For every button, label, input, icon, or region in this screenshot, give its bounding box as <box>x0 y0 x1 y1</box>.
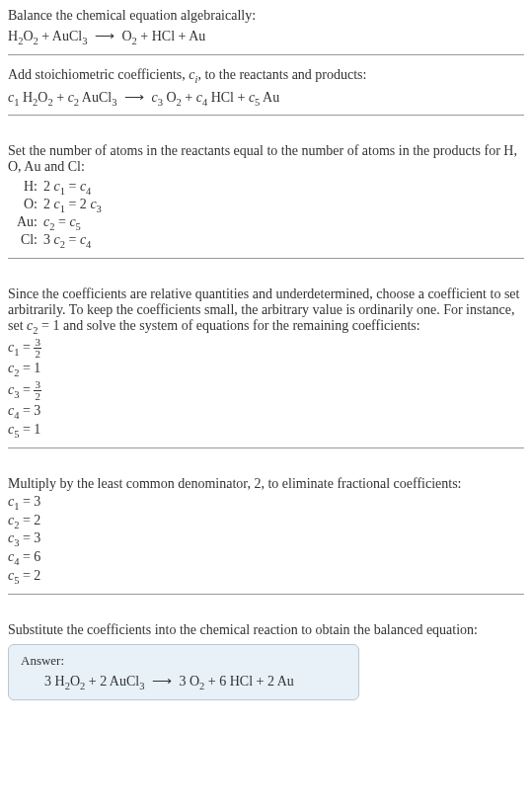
arrow-icon: ⟶ <box>148 674 176 689</box>
arrow-icon: ⟶ <box>91 29 118 43</box>
list-item: c5 = 1 <box>8 422 524 440</box>
intro-section: Balance the chemical equation algebraica… <box>8 8 524 46</box>
list-item: c1 = 3 <box>8 494 524 512</box>
atoms-table: H: 2 c1 = c4 O: 2 c1 = 2 c3 Au: c2 = c5 … <box>16 179 524 249</box>
answer-label: Answer: <box>21 653 346 669</box>
list-item: c3 = 3 <box>8 530 524 548</box>
list-item: c2 = 1 <box>8 361 524 378</box>
coef-list: c1 = 3 c2 = 2 c3 = 3 c4 = 6 c5 = 2 <box>8 494 524 586</box>
list-item: c5 = 2 <box>8 568 524 586</box>
list-item: c4 = 3 <box>8 403 524 421</box>
solve-section: Since the coefficients are relative quan… <box>8 286 524 440</box>
table-row: Cl: 3 c2 = c4 <box>16 232 524 250</box>
stoich-text: Add stoichiometric coefficients, ci, to … <box>8 67 524 85</box>
intro-equation: H2O2 + AuCl3 ⟶ O2 + HCl + Au <box>8 28 524 46</box>
table-row: O: 2 c1 = 2 c3 <box>16 197 524 214</box>
list-item: c4 = 6 <box>8 549 524 567</box>
mult-section: Multiply by the least common denominator… <box>8 476 524 586</box>
stoich-section: Add stoichiometric coefficients, ci, to … <box>8 67 524 108</box>
list-item: c2 = 2 <box>8 513 524 530</box>
coef-list: c1 = 32 c2 = 1 c3 = 32 c4 = 3 c5 = 1 <box>8 337 524 439</box>
list-item: c1 = 32 <box>8 337 524 360</box>
divider <box>8 447 524 448</box>
intro-text: Balance the chemical equation algebraica… <box>8 8 524 24</box>
atoms-intro: Set the number of atoms in the reactants… <box>8 143 524 175</box>
solve-text: Since the coefficients are relative quan… <box>8 286 524 336</box>
divider <box>8 115 524 116</box>
stoich-equation: c1 H2O2 + c2 AuCl3 ⟶ c3 O2 + c4 HCl + c5… <box>8 89 524 108</box>
divider <box>8 594 524 595</box>
final-section: Substitute the coefficients into the che… <box>8 622 524 700</box>
final-text: Substitute the coefficients into the che… <box>8 622 524 638</box>
atoms-section: Set the number of atoms in the reactants… <box>8 143 524 249</box>
table-row: Au: c2 = c5 <box>16 214 524 232</box>
table-row: H: 2 c1 = c4 <box>16 179 524 197</box>
divider <box>8 54 524 55</box>
list-item: c3 = 32 <box>8 379 524 402</box>
divider <box>8 258 524 259</box>
answer-equation: 3 H2O2 + 2 AuCl3 ⟶ 3 O2 + 6 HCl + 2 Au <box>21 673 346 691</box>
mult-text: Multiply by the least common denominator… <box>8 476 524 492</box>
arrow-icon: ⟶ <box>120 90 148 105</box>
answer-box: Answer: 3 H2O2 + 2 AuCl3 ⟶ 3 O2 + 6 HCl … <box>8 644 359 700</box>
